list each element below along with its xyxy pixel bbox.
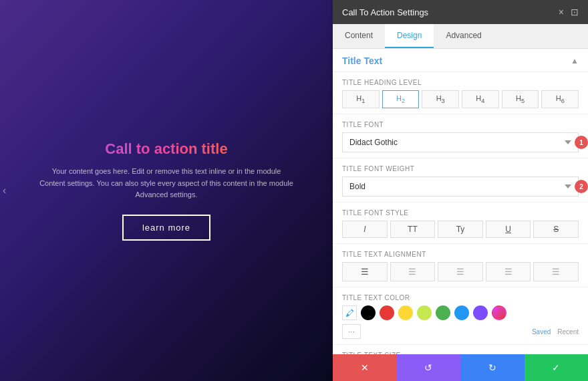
align-btn-left[interactable]: ☰ — [342, 262, 388, 281]
step-badge-1: 1 — [575, 136, 588, 149]
color-recent-label[interactable]: Recent — [557, 328, 579, 336]
title-text-color-row: Title Text Color 🖍 ··· Saved Recent — [333, 287, 588, 345]
heading-level-row: Title Heading Level H1 H2 H3 H4 H5 H6 — [333, 72, 588, 114]
panel-header: Call To Action Settings × ⊡ — [333, 0, 588, 24]
settings-panel: Call To Action Settings × ⊡ Content Desi… — [333, 0, 588, 381]
color-swatch-yellow[interactable] — [398, 305, 413, 320]
title-font-style-label: Title Font Style — [342, 209, 579, 217]
step-badge-2: 2 — [575, 180, 588, 193]
color-swatch-lime[interactable] — [417, 305, 432, 320]
preview-area: Call to action title Your content goes h… — [0, 0, 333, 381]
title-font-weight-row: Title Font Weight Bold 2 — [333, 158, 588, 203]
panel-tabs: Content Design Advanced — [333, 24, 588, 49]
style-buttons: I TT Ty U S — [342, 221, 579, 238]
heading-btn-h4[interactable]: H4 — [462, 90, 499, 108]
heading-btn-h1[interactable]: H1 — [342, 90, 380, 108]
scroll-arrow-icon: ‹ — [3, 184, 6, 197]
cta-text: Your content goes here. Edit or remove t… — [39, 166, 293, 201]
reset-button[interactable]: ↺ — [397, 354, 461, 381]
heading-btn-h5[interactable]: H5 — [502, 90, 539, 108]
section-toggle-icon[interactable]: ▲ — [571, 56, 579, 66]
color-swatch-blue[interactable] — [454, 305, 469, 320]
align-btn-justify[interactable]: ☰ — [486, 262, 531, 281]
title-text-color-label: Title Text Color — [342, 294, 579, 301]
heading-btn-h3[interactable]: H3 — [422, 90, 459, 108]
panel-title: Call To Action Settings — [342, 7, 428, 17]
title-font-label: Title Font — [342, 121, 579, 128]
style-btn-italic[interactable]: I — [342, 221, 388, 238]
title-text-size-label: Title Text Size — [342, 352, 579, 354]
color-swatch-purple[interactable] — [473, 305, 488, 320]
heading-btn-h2[interactable]: H2 — [382, 90, 420, 108]
title-text-alignment-label: Title Text Alignment — [342, 251, 579, 258]
tab-content[interactable]: Content — [333, 24, 385, 48]
title-font-row: Title Font Didact Gothic 1 — [333, 114, 588, 158]
style-btn-tt[interactable]: TT — [390, 221, 436, 238]
heading-buttons: H1 H2 H3 H4 H5 H6 — [342, 90, 579, 108]
color-swatch-red[interactable] — [380, 305, 394, 320]
heading-btn-h6[interactable]: H6 — [541, 90, 579, 108]
redo-button[interactable]: ↻ — [460, 354, 525, 381]
eyedropper-icon[interactable]: 🖍 — [342, 305, 357, 320]
panel-content[interactable]: Title Text ▲ Title Heading Level H1 H2 H… — [333, 49, 588, 354]
preview-content: Call to action title Your content goes h… — [13, 127, 320, 254]
align-btn-center[interactable]: ☰ — [390, 262, 436, 281]
color-saved-row: ··· Saved Recent — [342, 324, 579, 339]
expand-icon[interactable]: ⊡ — [571, 7, 579, 17]
title-font-style-row: Title Font Style I TT Ty U S — [333, 203, 588, 244]
close-icon[interactable]: × — [559, 7, 564, 17]
title-text-size-row: Title Text Size Desktop Tablet Phone 1vw… — [333, 345, 588, 354]
title-font-weight-label: Title Font Weight — [342, 165, 579, 172]
title-text-alignment-row: Title Text Alignment ☰ ☰ ☰ ☰ ☰ — [333, 244, 588, 287]
align-btn-right[interactable]: ☰ — [438, 262, 483, 281]
align-buttons: ☰ ☰ ☰ ☰ ☰ — [342, 262, 579, 281]
section-title-text: Title Text ▲ — [333, 49, 588, 72]
title-font-select[interactable]: Didact Gothic — [342, 132, 579, 152]
cta-button[interactable]: learn more — [122, 215, 210, 241]
tab-advanced[interactable]: Advanced — [434, 24, 493, 48]
color-dots-icon[interactable]: ··· — [342, 324, 361, 339]
cta-title: Call to action title — [39, 140, 293, 158]
section-title-label: Title Text — [342, 55, 382, 66]
color-swatch-black[interactable] — [361, 305, 376, 320]
heading-level-label: Title Heading Level — [342, 79, 579, 86]
style-btn-underline[interactable]: U — [486, 221, 531, 238]
style-btn-strikethrough[interactable]: S — [533, 221, 579, 238]
color-swatches: 🖍 — [342, 305, 579, 320]
tab-design[interactable]: Design — [385, 24, 434, 48]
color-swatch-green[interactable] — [436, 305, 450, 320]
panel-header-icons: × ⊡ — [559, 7, 579, 17]
color-saved-label[interactable]: Saved — [532, 328, 551, 336]
save-button[interactable]: ✓ — [525, 354, 589, 381]
color-swatch-gradient[interactable] — [492, 305, 506, 320]
style-btn-ty[interactable]: Ty — [438, 221, 483, 238]
align-btn-more[interactable]: ☰ — [533, 262, 579, 281]
cancel-button[interactable]: ✕ — [333, 354, 397, 381]
title-font-weight-select[interactable]: Bold — [342, 176, 579, 197]
panel-footer: ✕ ↺ ↻ ✓ — [333, 354, 588, 381]
